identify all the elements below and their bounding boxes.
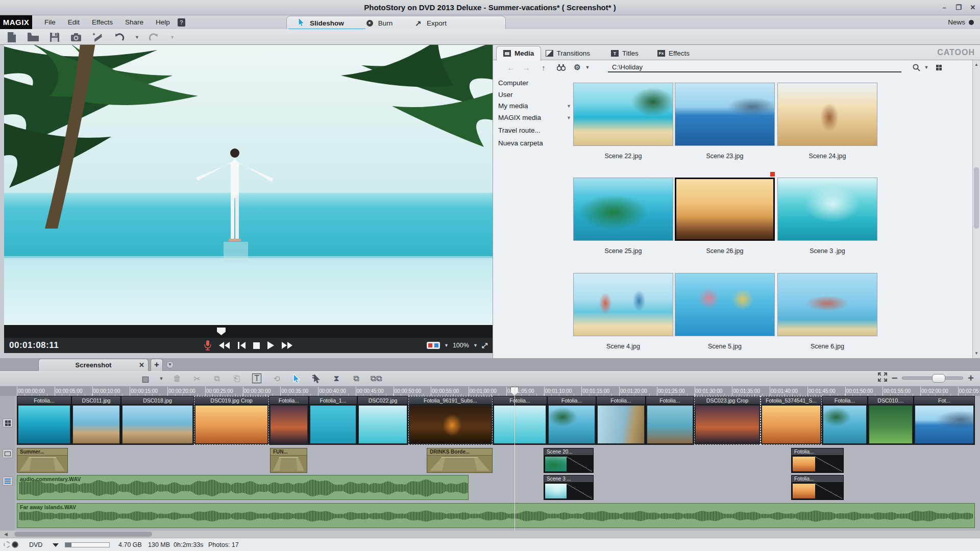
overlay-track-icon[interactable] [3, 449, 13, 458]
undo-icon-dropdown[interactable]: ▼ [135, 35, 139, 40]
zoom-slider-thumb[interactable] [932, 374, 945, 383]
undo-icon[interactable] [112, 31, 126, 43]
media-thumbnail-family[interactable] [573, 273, 673, 336]
add-tab-button[interactable]: + [151, 359, 163, 371]
copy-icon[interactable]: ⧉ [210, 372, 224, 385]
rotate-icon[interactable]: ⟲ [270, 372, 283, 385]
redo-icon-dropdown[interactable]: ▼ [170, 35, 175, 40]
delete-icon[interactable]: 🗑 [170, 372, 184, 385]
timeline-audio-clip[interactable]: audio-commentary.WAV [17, 475, 469, 500]
record-audio-button[interactable] [204, 340, 211, 350]
menu-file[interactable]: File [40, 15, 60, 29]
preview-seek-bar[interactable] [4, 325, 493, 338]
close-tab-icon[interactable]: ✕ [139, 359, 144, 371]
close-button[interactable]: ✕ [969, 0, 977, 15]
timeline-photo-clip[interactable]: Fotolia... [596, 396, 646, 445]
media-item[interactable]: Scene 6.jpg [777, 273, 877, 350]
folder-item-computer[interactable]: Computer [498, 78, 572, 89]
media-item[interactable]: Scene 25.jpg [573, 178, 673, 255]
timeline-photo-clip[interactable]: DSC018.jpg [121, 396, 194, 445]
3d-mode-icon[interactable] [427, 342, 440, 349]
open-project-icon[interactable] [27, 31, 40, 43]
fade-handle[interactable] [567, 457, 592, 471]
target-medium-label[interactable]: DVD [29, 538, 42, 551]
menu-effects[interactable]: Effects [87, 15, 117, 29]
stack-icon[interactable]: ⧉⧉ [370, 372, 383, 385]
timeline-photo-clip[interactable]: Fot... [914, 396, 975, 445]
folder-item-nueva-carpeta[interactable]: Nueva carpeta [498, 138, 572, 149]
workflow-tab-export[interactable]: ↗Export [404, 16, 458, 30]
timeline-photo-clip[interactable]: Fotolia... [269, 396, 309, 445]
razor-dropdown[interactable]: ▼ [159, 372, 164, 385]
workflow-tab-slideshow[interactable]: Slideshow [287, 16, 355, 30]
timeline-photo-clip[interactable]: Fotolia... [822, 396, 868, 445]
rewind-button[interactable] [219, 342, 230, 349]
zoom-dropdown[interactable]: ▼ [473, 343, 478, 348]
media-item[interactable]: Scene 23.jpg [675, 83, 775, 160]
nav-back-icon[interactable]: ← [505, 62, 517, 72]
audio-mixer-icon[interactable] [3, 477, 13, 486]
expand-arrow-icon[interactable]: ▼ [567, 101, 571, 112]
fast-forward-button[interactable] [282, 342, 293, 349]
timeline-photo-clip[interactable]: Fotolia_96191_Subs... [408, 396, 493, 445]
timeline-photo-clip[interactable]: Fotolia... [547, 396, 596, 445]
seek-position-marker[interactable] [217, 328, 226, 335]
media-thumbnail-sand[interactable] [777, 83, 877, 146]
menu-edit[interactable]: Edit [63, 15, 84, 29]
browse-binoculars-icon[interactable] [555, 62, 567, 72]
help-badge-icon[interactable]: ? [178, 18, 185, 27]
fullscreen-icon[interactable]: ⤢ [482, 341, 487, 350]
media-thumbnail-beach[interactable] [573, 83, 673, 146]
timeline-tab-screenshot[interactable]: Screenshot ✕ [38, 359, 149, 371]
timeline-image-clip[interactable]: Scene 20... [544, 448, 594, 473]
menu-help[interactable]: Help [151, 15, 175, 29]
nav-up-icon[interactable]: ↑ [538, 62, 549, 72]
timeline-title-clip[interactable]: FUN... [270, 448, 307, 473]
timeline-photo-clip[interactable]: Fotolia... [17, 396, 71, 445]
timeline-zoom-slider[interactable] [902, 377, 963, 380]
fade-handle[interactable] [815, 457, 842, 471]
target-medium-dropdown[interactable] [53, 543, 59, 547]
minimize-button[interactable]: – [940, 0, 948, 15]
timeline-title-clip[interactable]: DRINKS Borde... [427, 448, 493, 473]
media-item[interactable]: Scene 4.jpg [573, 273, 673, 350]
redo-icon[interactable] [148, 31, 161, 43]
scroll-left-icon[interactable]: ◀ [4, 531, 8, 537]
media-thumbnail-snorkel[interactable] [675, 273, 775, 336]
tab-list-dropdown[interactable]: ▼ [166, 361, 174, 368]
preview-zoom-level[interactable]: 100% [453, 342, 469, 349]
media-item[interactable]: Scene 5.jpg [675, 273, 775, 350]
search-dropdown[interactable]: ▼ [921, 62, 932, 72]
stop-button[interactable] [253, 342, 260, 349]
title-editor-icon[interactable]: 🅃 [250, 372, 263, 385]
media-item[interactable]: Scene 3 .jpg [777, 178, 877, 255]
razor-icon[interactable]: ▨ [139, 372, 152, 385]
fit-timeline-icon[interactable] [878, 372, 887, 383]
timeline-photo-clip[interactable]: Fotolia_5374541_S... [761, 396, 822, 445]
range-select-icon[interactable] [310, 372, 323, 385]
timeline-image-clip[interactable]: Scene 3 ... [544, 475, 594, 500]
folder-item-user[interactable]: User [498, 89, 572, 101]
timeline-photo-clip[interactable]: Fotolia_1... [309, 396, 357, 445]
folder-item-magix-media[interactable]: MAGIX media▼ [498, 112, 572, 124]
save-project-icon[interactable] [48, 31, 61, 43]
timeline-title-clip[interactable]: Summer... [17, 448, 68, 473]
timeline-ruler[interactable]: 00:00:00:0000:00:05:0000:00:10:0000:00:1… [0, 387, 980, 396]
zoom-in-button[interactable]: + [968, 373, 974, 383]
paste-icon[interactable]: ⎗ [230, 372, 243, 385]
timeline-photo-clip[interactable]: DSC022.jpg [357, 396, 408, 445]
timeline-photo-clip[interactable]: DSC011.jpg [71, 396, 121, 445]
timeline-photo-clip[interactable]: Fotolia... [493, 396, 547, 445]
timeline-audio-clip[interactable]: Far away islands.WAV [17, 503, 975, 528]
media-thumbnail-boat[interactable] [675, 83, 775, 146]
photo-camera-icon[interactable] [69, 31, 83, 43]
media-thumbnail-wave[interactable] [777, 178, 877, 241]
browser-scrollbar[interactable]: ▲ ▼ [972, 60, 980, 358]
wizard-wand-icon[interactable] [91, 31, 104, 43]
horizontal-scroll-thumb[interactable] [14, 532, 152, 537]
menu-share[interactable]: Share [120, 15, 148, 29]
browser-tab-media[interactable]: Media [496, 46, 541, 61]
catooh-logo[interactable]: CATOOH [937, 48, 975, 57]
search-icon[interactable] [911, 62, 922, 72]
zoom-out-button[interactable]: − [892, 373, 898, 383]
